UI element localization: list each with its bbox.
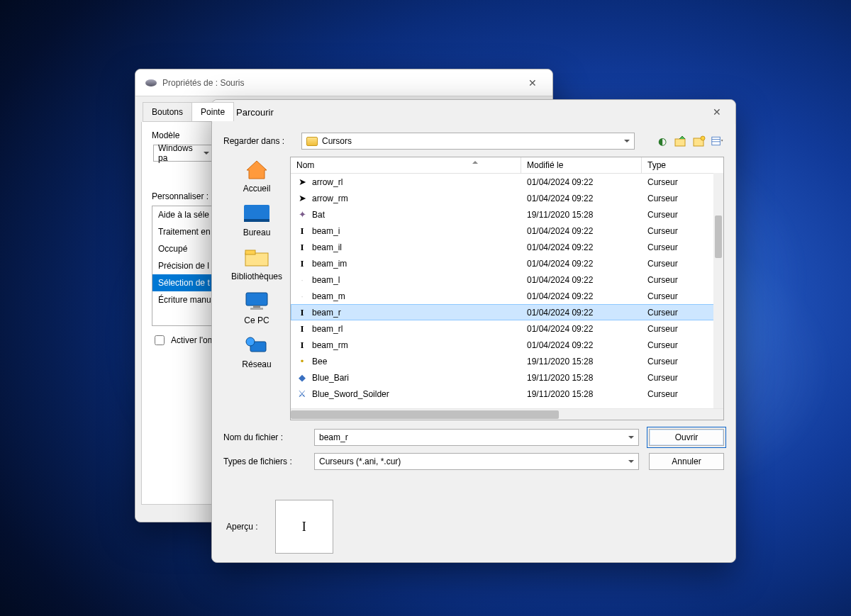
place-label: Bureau <box>243 228 271 237</box>
preview-cursor-icon: I <box>302 520 306 534</box>
column-headers: Nom Modifié le Type <box>291 157 723 174</box>
file-type: Curseur <box>642 242 723 252</box>
file-type: Curseur <box>642 226 723 236</box>
column-modified[interactable]: Modifié le <box>521 157 642 173</box>
shadow-checkbox[interactable] <box>155 335 165 345</box>
file-modified: 19/11/2020 15:28 <box>521 357 642 366</box>
column-type[interactable]: Type <box>642 157 723 173</box>
place-bureau[interactable]: Bureau <box>223 202 290 237</box>
file-row[interactable]: ·beam_m01/04/2024 09:22Curseur <box>291 288 723 304</box>
svg-rect-9 <box>245 250 255 254</box>
lookin-combo[interactable]: Cursors <box>301 133 635 150</box>
file-modified: 01/04/2024 09:22 <box>521 291 642 301</box>
file-icon: · <box>296 291 308 302</box>
file-row[interactable]: ✦Bat19/11/2020 15:28Curseur <box>291 206 723 223</box>
shadow-checkbox-label: Activer l'om <box>171 335 215 345</box>
tab-pointers[interactable]: Pointe <box>191 102 234 121</box>
file-modified: 19/11/2020 15:28 <box>521 373 642 383</box>
filename-combo[interactable]: beam_r <box>314 429 639 446</box>
file-name: Blue_Sword_Soilder <box>312 389 389 399</box>
file-icon: I <box>296 307 308 318</box>
file-row[interactable]: •Bee19/11/2020 15:28Curseur <box>291 353 723 369</box>
open-button[interactable]: Ouvrir <box>649 429 724 446</box>
file-type: Curseur <box>642 210 723 220</box>
file-type: Curseur <box>642 357 723 366</box>
file-name: beam_l <box>312 275 340 285</box>
file-icon: ➤ <box>296 193 308 204</box>
svg-rect-8 <box>245 253 268 266</box>
filetype-combo[interactable]: Curseurs (*.ani, *.cur) <box>314 453 639 470</box>
file-row[interactable]: Ibeam_il01/04/2024 09:22Curseur <box>291 239 723 255</box>
places-bar: AccueilBureauBibliothèquesCe PCRéseau <box>223 157 290 420</box>
file-pane: Nom Modifié le Type ➤arrow_rl01/04/2024 … <box>290 157 724 420</box>
file-name: beam_rm <box>312 340 348 350</box>
file-row[interactable]: Ibeam_r01/04/2024 09:22Curseur <box>291 304 723 320</box>
file-list[interactable]: ➤arrow_rl01/04/2024 09:22Curseur➤arrow_r… <box>291 174 723 408</box>
scheme-combo-value: Windows pa <box>158 143 201 163</box>
file-icon: I <box>296 225 308 237</box>
back-icon[interactable]: ◐ <box>656 135 669 147</box>
preview-box: I <box>275 500 333 554</box>
file-icon: I <box>296 323 308 335</box>
browse-toolbar: ◐ <box>656 135 724 147</box>
filename-label: Nom du fichier : <box>223 432 308 442</box>
place-label: Ce PC <box>244 315 269 325</box>
filename-value: beam_r <box>319 432 348 442</box>
file-row[interactable]: ◆Blue_Bari19/11/2020 15:28Curseur <box>291 369 723 386</box>
file-row[interactable]: Ibeam_rl01/04/2024 09:22Curseur <box>291 320 723 337</box>
file-icon: • <box>296 356 308 367</box>
svg-point-14 <box>246 337 255 346</box>
file-row[interactable]: Ibeam_rm01/04/2024 09:22Curseur <box>291 337 723 353</box>
file-icon: I <box>296 242 308 253</box>
column-name-label: Nom <box>296 160 314 170</box>
file-modified: 01/04/2024 09:22 <box>521 194 642 203</box>
place-label: Réseau <box>242 359 271 369</box>
file-modified: 01/04/2024 09:22 <box>521 275 642 285</box>
file-icon: ◆ <box>296 372 308 383</box>
scheme-combo[interactable]: Windows pa <box>153 145 214 162</box>
vertical-scrollbar[interactable] <box>713 173 723 408</box>
place-icon <box>243 334 271 357</box>
file-row[interactable]: ⚔Blue_Sword_Soilder19/11/2020 15:28Curse… <box>291 386 723 402</box>
file-icon: I <box>296 340 308 351</box>
file-icon: · <box>296 274 308 286</box>
file-row[interactable]: ·beam_l01/04/2024 09:22Curseur <box>291 271 723 288</box>
place-icon <box>243 158 271 181</box>
tab-buttons[interactable]: Boutons <box>143 102 192 121</box>
file-type: Curseur <box>642 291 723 301</box>
filetype-label: Types de fichiers : <box>223 457 308 466</box>
place-accueil[interactable]: Accueil <box>223 158 290 194</box>
folder-icon <box>306 137 318 146</box>
file-row[interactable]: ➤arrow_rm01/04/2024 09:22Curseur <box>291 190 723 206</box>
svg-rect-3 <box>712 137 720 145</box>
view-menu-icon[interactable] <box>711 135 724 147</box>
new-folder-icon[interactable] <box>693 135 706 147</box>
column-name[interactable]: Nom <box>291 157 521 173</box>
lookin-value: Cursors <box>322 136 352 146</box>
close-icon[interactable]: ✕ <box>707 103 727 121</box>
properties-titlebar[interactable]: Propriétés de : Souris ✕ <box>135 69 552 96</box>
browse-title: Parcourir <box>236 107 274 118</box>
place-bibliothèques[interactable]: Bibliothèques <box>223 246 290 281</box>
file-name: beam_r <box>312 308 341 318</box>
browse-titlebar[interactable]: Parcourir ✕ <box>212 100 735 124</box>
place-label: Accueil <box>243 184 271 194</box>
file-modified: 01/04/2024 09:22 <box>521 259 642 269</box>
file-row[interactable]: Ibeam_im01/04/2024 09:22Curseur <box>291 255 723 271</box>
file-type: Curseur <box>642 275 723 285</box>
svg-rect-7 <box>244 219 269 222</box>
place-ce-pc[interactable]: Ce PC <box>223 290 290 325</box>
cancel-button[interactable]: Annuler <box>649 453 724 470</box>
close-icon[interactable]: ✕ <box>523 74 543 91</box>
up-folder-icon[interactable] <box>674 135 687 147</box>
properties-title: Propriétés de : Souris <box>162 78 244 88</box>
place-réseau[interactable]: Réseau <box>223 334 290 369</box>
file-modified: 01/04/2024 09:22 <box>521 242 642 252</box>
file-row[interactable]: Ibeam_i01/04/2024 09:22Curseur <box>291 223 723 239</box>
file-row[interactable]: ➤arrow_rl01/04/2024 09:22Curseur <box>291 174 723 190</box>
svg-rect-10 <box>246 293 267 306</box>
file-modified: 01/04/2024 09:22 <box>521 340 642 350</box>
svg-point-2 <box>701 136 705 140</box>
file-name: Blue_Bari <box>312 373 349 383</box>
horizontal-scrollbar[interactable] <box>291 408 723 420</box>
